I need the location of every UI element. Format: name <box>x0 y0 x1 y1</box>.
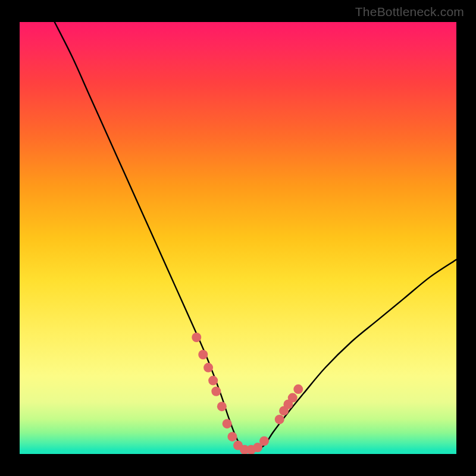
plot-area <box>20 22 456 454</box>
data-marker <box>198 350 208 359</box>
data-marker <box>259 436 269 446</box>
data-marker <box>223 419 232 428</box>
data-marker <box>203 363 213 372</box>
data-marker <box>288 393 298 403</box>
watermark-label: TheBottleneck.com <box>355 5 464 19</box>
chart-frame: TheBottleneck.com <box>0 0 476 476</box>
marker-group <box>192 333 303 454</box>
data-marker <box>227 432 237 441</box>
data-marker <box>217 402 227 411</box>
data-marker <box>208 376 218 386</box>
data-marker <box>211 387 221 396</box>
curve-svg <box>20 22 456 454</box>
data-marker <box>192 333 201 342</box>
data-marker <box>275 415 284 424</box>
data-marker <box>293 384 303 394</box>
bottleneck-curve <box>55 22 456 450</box>
